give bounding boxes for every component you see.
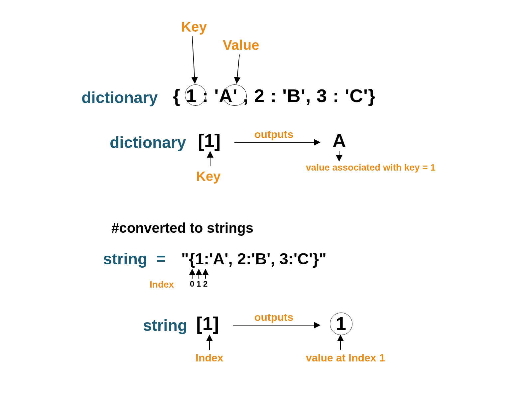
idx0: 0 [190, 280, 194, 288]
label-string2: string [143, 318, 187, 333]
label-outputs-2: outputs [254, 312, 293, 323]
label-index-small: Index [150, 280, 174, 289]
label-dict2: dictionary [110, 135, 186, 151]
circle-value-A [223, 84, 247, 106]
comment-line: #converted to strings [111, 221, 253, 235]
label-key-top: Key [181, 20, 207, 34]
label-value-assoc: value associated with key = 1 [306, 163, 436, 172]
svg-line-1 [237, 55, 239, 82]
label-key-bottom: Key [196, 170, 220, 183]
string-literal: "{1:'A', 2:'B', 3:'C'}" [181, 251, 327, 267]
label-value-top: Value [223, 38, 259, 52]
dict-bracket: [1] [198, 131, 220, 150]
svg-line-0 [192, 36, 195, 82]
circle-key-1 [185, 84, 206, 106]
label-string: string [103, 251, 147, 267]
result-A: A [332, 131, 346, 150]
idx1: 1 [197, 280, 201, 288]
idx2: 2 [203, 280, 207, 288]
label-index-bottom: Index [196, 352, 223, 363]
label-value-at-index: value at Index 1 [306, 352, 385, 363]
string-bracket: [1] [196, 314, 219, 333]
label-outputs-1: outputs [254, 129, 293, 140]
circle-string-out [330, 313, 352, 335]
label-dictionary: dictionary [81, 90, 158, 106]
label-equals: = [156, 251, 166, 267]
diagram-root: { "labels": { "key": "Key", "value": "Va… [0, 0, 532, 399]
